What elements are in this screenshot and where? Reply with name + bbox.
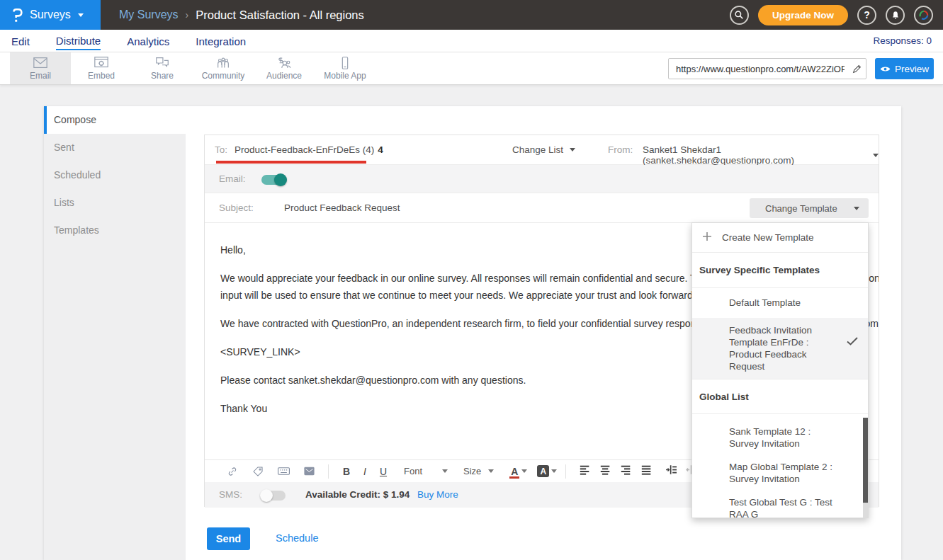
email-sidebar: Compose Sent Scheduled Lists Templates (44, 106, 186, 560)
send-button[interactable]: Send (207, 527, 250, 550)
from-sender-value: Sanket1 Shekdar1 (sanket.shekdar@questio… (643, 144, 867, 166)
underline-button[interactable]: U (374, 466, 393, 477)
channel-community[interactable]: Community (193, 52, 254, 84)
channel-mobile-app[interactable]: Mobile App (315, 52, 375, 84)
align-right-button[interactable] (620, 464, 632, 478)
from-sender-dropdown[interactable]: Sanket1 Shekdar1 (sanket.shekdar@questio… (643, 144, 879, 166)
menu-item-sank-template-12[interactable]: Sank Template 12 : Survey Invitation (692, 420, 868, 455)
font-size-select[interactable]: Size (463, 466, 494, 476)
toolbar-divider (328, 464, 329, 479)
tag-icon (252, 465, 264, 478)
keyboard-icon (277, 466, 290, 476)
font-select-label: Font (404, 466, 422, 476)
help-button[interactable]: ? (857, 6, 876, 25)
breadcrumb-my-surveys[interactable]: My Surveys (119, 8, 179, 21)
chevron-down-icon (442, 469, 448, 473)
align-left-button[interactable] (579, 464, 591, 478)
channel-label: Community (202, 71, 245, 81)
change-list-dropdown[interactable]: Change List (512, 144, 575, 155)
notifications-button[interactable] (886, 6, 905, 25)
schedule-link[interactable]: Schedule (276, 532, 318, 544)
to-list-name[interactable]: Product-Feedback-EnFrDeEs (4)4 (235, 144, 383, 155)
recipients-row: To: Product-Feedback-EnFrDeEs (4)4 Chang… (205, 135, 879, 165)
font-family-select[interactable]: Font (404, 466, 448, 476)
survey-url-input[interactable] (669, 64, 847, 74)
align-center-icon (599, 464, 611, 475)
menu-item-create-new-template[interactable]: Create New Template (692, 223, 868, 253)
sidebar-item-sent[interactable]: Sent (44, 134, 186, 161)
link-icon (226, 465, 239, 478)
chevron-down-icon (854, 207, 859, 210)
create-new-template-label: Create New Template (722, 232, 814, 243)
responses-count[interactable]: Responses: 0 (873, 35, 932, 46)
mail-image-icon (303, 466, 315, 476)
header-actions: Upgrade Now ? (730, 5, 943, 25)
tab-edit[interactable]: Edit (11, 33, 30, 50)
background-color-button[interactable]: A (537, 465, 549, 477)
sms-toggle[interactable] (261, 491, 286, 501)
chevron-down-icon (78, 13, 84, 17)
menu-item-map-global-template-2[interactable]: Map Global Template 2 : Survey Invitatio… (692, 455, 868, 491)
insert-link-button[interactable] (222, 462, 243, 481)
keyboard-button[interactable] (273, 462, 294, 481)
from-label: From: (608, 144, 633, 155)
scrollbar-track (863, 503, 868, 518)
selected-template-label: Feedback Invitation Template EnFrDe : Pr… (729, 325, 812, 372)
channel-audience[interactable]: Audience (254, 52, 315, 84)
text-color-button[interactable]: A (509, 466, 519, 477)
tab-integration[interactable]: Integration (196, 33, 246, 50)
chat-bubbles-icon (154, 56, 170, 70)
channel-email[interactable]: Email (10, 52, 71, 84)
sidebar-item-scheduled[interactable]: Scheduled (44, 161, 186, 189)
bell-icon (891, 10, 900, 21)
tab-distribute[interactable]: Distribute (56, 32, 101, 50)
indent-button[interactable] (665, 464, 677, 478)
tab-analytics[interactable]: Analytics (127, 33, 169, 50)
merge-tag-button[interactable] (247, 462, 269, 481)
distribute-channel-bar: Email Embed Share Community Audience Mob… (0, 52, 943, 85)
channel-label: Share (151, 71, 174, 81)
align-center-button[interactable] (599, 464, 611, 478)
italic-button[interactable]: I (356, 466, 374, 477)
scrollbar-thumb[interactable] (863, 418, 868, 503)
search-icon (734, 10, 744, 20)
channel-label: Audience (266, 71, 302, 81)
sidebar-item-compose[interactable]: Compose (44, 106, 186, 134)
questionpro-distribute-page: Surveys My Surveys › Product Satisfactio… (0, 0, 943, 560)
channel-embed[interactable]: Embed (71, 52, 132, 84)
channel-label: Mobile App (324, 71, 366, 81)
toolbar-divider (565, 464, 566, 479)
people-group-icon (215, 56, 231, 70)
to-label: To: (215, 144, 227, 155)
envelope-icon (33, 56, 48, 70)
account-avatar[interactable] (914, 6, 933, 25)
upgrade-now-button[interactable]: Upgrade Now (758, 5, 848, 25)
chevron-down-icon (570, 148, 575, 152)
channel-label: Email (30, 71, 51, 81)
menu-item-default-template[interactable]: Default Template (692, 288, 868, 318)
sidebar-item-lists[interactable]: Lists (44, 189, 186, 217)
menu-item-feedback-invitation-template[interactable]: Feedback Invitation Template EnFrDe : Pr… (692, 318, 868, 379)
bold-button[interactable]: B (337, 466, 356, 477)
align-justify-icon (640, 464, 653, 475)
product-switcher[interactable]: Surveys (0, 0, 101, 30)
sidebar-item-templates[interactable]: Templates (44, 217, 186, 244)
edit-url-button[interactable] (847, 64, 866, 74)
survey-title: Product Satisfaction - All regions (196, 8, 364, 22)
questionpro-logo-icon (10, 6, 24, 23)
align-justify-button[interactable] (640, 464, 653, 478)
subject-value[interactable]: Product Feedback Request (284, 202, 400, 213)
eye-icon (880, 65, 891, 73)
pencil-icon (852, 64, 862, 74)
email-toggle[interactable] (261, 175, 286, 185)
search-button[interactable] (730, 6, 749, 25)
menu-item-test-global-test-g[interactable]: Test Global Test G : Test RAA G (692, 491, 868, 518)
insert-email-button[interactable] (298, 462, 320, 481)
toggle-knob (274, 173, 287, 186)
survey-url-box (668, 58, 866, 79)
change-template-button[interactable]: Change Template (750, 198, 869, 218)
buy-more-link[interactable]: Buy More (417, 489, 458, 500)
preview-button[interactable]: Preview (875, 58, 934, 79)
channel-share[interactable]: Share (132, 52, 193, 84)
survey-tabs-bar: Edit Distribute Analytics Integration Re… (0, 30, 943, 52)
